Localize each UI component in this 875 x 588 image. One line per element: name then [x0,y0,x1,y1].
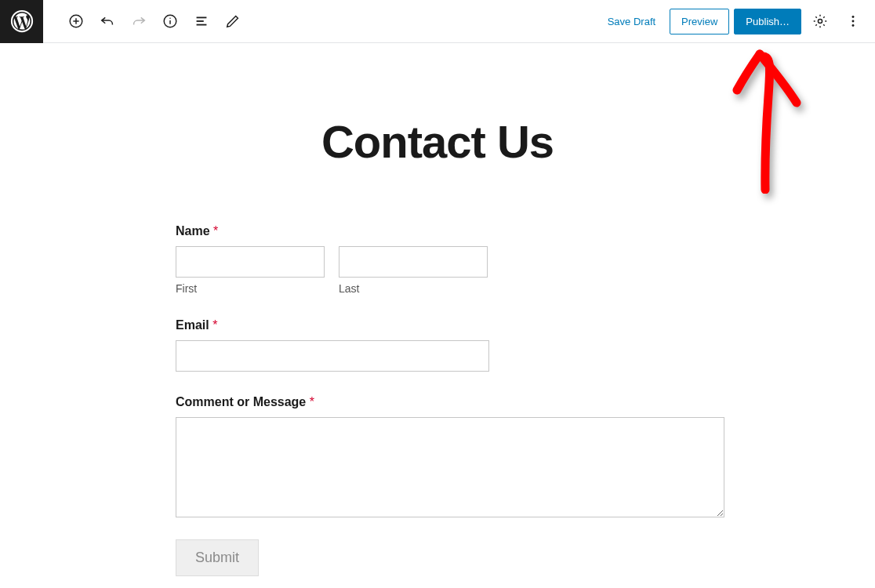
edit-button[interactable] [219,7,247,35]
svg-point-13 [852,24,855,27]
page-title[interactable]: Contact Us [0,43,875,168]
email-input[interactable] [176,340,489,372]
required-asterisk: * [212,318,217,332]
info-button[interactable] [156,7,184,35]
outline-icon [193,13,210,30]
required-asterisk: * [310,395,314,408]
svg-rect-9 [197,24,207,26]
editor-canvas: Contact Us Name * First Last Email * [0,43,875,588]
first-name-sublabel: First [176,282,325,295]
save-draft-button[interactable]: Save Draft [598,9,665,34]
email-field-label: Email * [176,318,724,332]
last-name-input[interactable] [339,246,488,278]
info-icon [162,13,179,30]
last-name-sublabel: Last [339,282,488,295]
svg-point-11 [852,16,855,18]
redo-icon [130,13,147,30]
message-textarea[interactable] [176,417,724,517]
undo-button[interactable] [93,7,122,35]
email-label-text: Email [176,318,209,332]
svg-point-6 [169,18,170,19]
publish-button[interactable]: Publish… [734,9,801,34]
wordpress-icon [10,9,34,33]
preview-button[interactable]: Preview [670,9,729,34]
outline-button[interactable] [187,7,216,35]
submit-button[interactable]: Submit [176,539,259,576]
name-field-label: Name * [176,224,724,238]
name-label-text: Name [176,224,210,238]
email-block: Email * [176,318,724,372]
wordpress-logo[interactable] [0,0,43,43]
dots-vertical-icon [844,13,862,30]
message-field-label: Comment or Message * [176,395,724,409]
settings-button[interactable] [806,7,834,35]
svg-rect-7 [197,17,207,19]
pencil-icon [224,13,241,30]
name-row: First Last [176,246,724,295]
required-asterisk: * [213,224,218,238]
redo-button[interactable] [125,7,153,35]
undo-icon [99,13,116,30]
contact-form: Name * First Last Email * Comment or M [176,224,724,576]
svg-rect-8 [197,20,204,22]
svg-point-12 [852,20,855,23]
add-block-button[interactable] [62,7,90,35]
more-options-button[interactable] [839,7,867,35]
message-block: Comment or Message * [176,395,724,521]
toolbar-left-group [43,7,247,35]
toolbar-right-group: Save Draft Preview Publish… [598,7,875,35]
message-label-text: Comment or Message [176,395,306,408]
plus-circle-icon [67,13,85,30]
first-name-input[interactable] [176,246,325,278]
editor-toolbar: Save Draft Preview Publish… [0,0,875,43]
gear-icon [811,13,829,30]
svg-point-10 [818,19,822,23]
